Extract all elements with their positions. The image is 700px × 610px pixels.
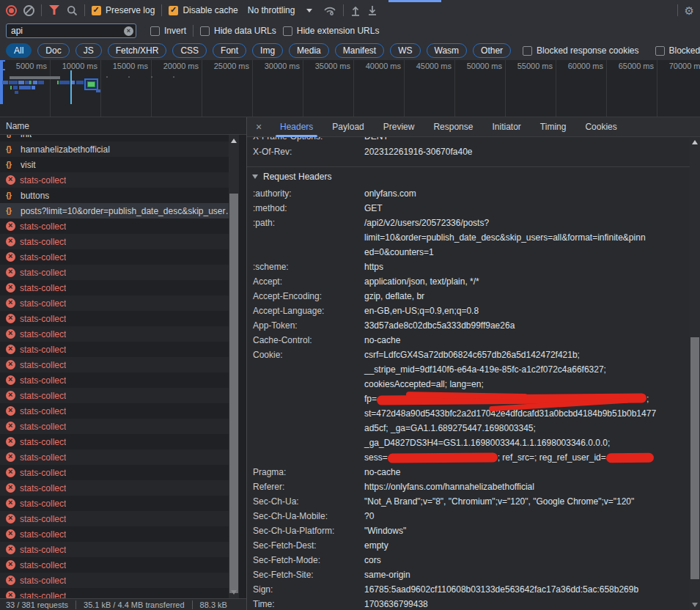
request-row[interactable]: stats-collect (0, 403, 229, 419)
request-row[interactable]: stats-collect (0, 249, 229, 265)
details-scrollbar[interactable] (690, 137, 700, 610)
request-row[interactable]: stats-collect (0, 496, 229, 511)
type-filter-pill[interactable]: Doc (37, 43, 69, 58)
type-filter-pill[interactable]: Other (473, 43, 511, 58)
request-filter-checkbox[interactable] (655, 46, 665, 56)
request-row[interactable]: stats-collect (0, 372, 229, 388)
network-conditions-icon[interactable] (323, 5, 336, 16)
details-tab[interactable]: Cookies (575, 117, 626, 137)
request-row[interactable]: stats-collect (0, 511, 229, 526)
preserve-log-group[interactable]: Preserve log (92, 5, 155, 15)
name-column-header[interactable]: Name (0, 117, 246, 135)
request-row[interactable]: stats-collect (0, 449, 229, 465)
type-filter-pill[interactable]: Media (289, 43, 329, 58)
hide-data-urls-checkbox[interactable] (200, 26, 210, 36)
toolbar-divider (343, 4, 344, 16)
request-row[interactable]: stats-collect (0, 434, 229, 449)
request-row[interactable]: stats-collect (0, 388, 229, 403)
request-row[interactable]: stats-collect (0, 542, 229, 557)
request-name: stats-collect (20, 437, 66, 447)
toolbar-divider (41, 4, 42, 16)
request-row[interactable]: stats-collect (0, 172, 229, 188)
request-row[interactable]: stats-collect (0, 526, 229, 542)
details-tab[interactable]: Timing (531, 117, 576, 137)
scroll-down-icon[interactable] (231, 590, 237, 595)
request-headers-section[interactable]: Request Headers (247, 167, 690, 186)
request-row[interactable]: stats-collect (0, 465, 229, 480)
details-tab[interactable]: Initiator (482, 117, 530, 137)
request-filter-checkbox-group[interactable]: Blocked response cookies (523, 45, 638, 56)
import-har-icon[interactable] (350, 5, 361, 16)
scrollbar-thumb[interactable] (690, 337, 699, 579)
request-filter-checkbox[interactable] (523, 46, 532, 56)
request-row[interactable]: posts?limit=10&order=publish_date_desc&s… (0, 203, 229, 218)
disable-cache-group[interactable]: Disable cache (169, 5, 237, 15)
close-icon[interactable]: × (247, 121, 270, 133)
request-row[interactable]: stats-collect (0, 280, 229, 295)
type-filter-pill[interactable]: CSS (172, 43, 207, 58)
request-row[interactable]: stats-collect (0, 419, 229, 434)
search-icon[interactable] (67, 5, 78, 16)
request-row[interactable]: stats-collect (0, 480, 229, 496)
waterfall-dot (128, 76, 130, 78)
disable-cache-checkbox[interactable] (169, 6, 178, 15)
request-row[interactable]: stats-collect (0, 218, 229, 234)
request-row[interactable]: visit (0, 157, 229, 172)
request-row[interactable]: stats-collect (0, 342, 229, 357)
request-filter-checkbox-group[interactable]: Blocked requests (655, 45, 700, 56)
request-row[interactable]: stats-collect (0, 234, 229, 249)
details-tab[interactable]: Preview (374, 117, 424, 137)
scroll-down-icon[interactable] (692, 603, 698, 607)
type-filter-pill[interactable]: Font (213, 43, 246, 58)
request-row[interactable]: stats-collect (0, 295, 229, 311)
request-list-scrollbar[interactable] (229, 135, 239, 598)
hide-data-urls-group[interactable]: Hide data URLs (200, 26, 276, 36)
scrollbar-thumb[interactable] (229, 194, 238, 593)
request-row[interactable]: stats-collect (0, 557, 229, 573)
filter-input[interactable] (6, 23, 136, 38)
gear-icon[interactable]: ⚙ (685, 5, 694, 16)
record-icon[interactable] (6, 5, 17, 16)
request-row[interactable]: hannahelizabethofficial (0, 142, 229, 157)
type-filter-pill[interactable]: Fetch/XHR (108, 43, 167, 58)
request-row[interactable]: stats-collect (0, 588, 229, 598)
filter-icon[interactable] (48, 5, 60, 15)
request-row[interactable]: stats-collect (0, 265, 229, 280)
hide-extension-urls-checkbox[interactable] (283, 26, 292, 36)
type-filter-pill[interactable]: WS (390, 43, 420, 58)
type-filter-pill[interactable]: Manifest (335, 43, 384, 58)
clear-log-icon[interactable] (23, 5, 34, 16)
request-row[interactable]: stats-collect (0, 573, 229, 588)
request-row[interactable]: buttons (0, 188, 229, 203)
clear-filter-icon[interactable]: × (124, 26, 133, 36)
request-row[interactable]: stats-collect (0, 326, 229, 342)
scroll-up-icon[interactable] (692, 140, 698, 144)
invert-checkbox[interactable] (150, 26, 160, 36)
export-har-icon[interactable] (367, 5, 377, 16)
invert-group[interactable]: Invert (150, 26, 186, 36)
collapse-caret-icon (252, 174, 258, 179)
header-value: "Windows" (364, 523, 690, 538)
request-name: posts?limit=10&order=publish_date_desc&s… (21, 206, 229, 216)
type-filter-pill[interactable]: Wasm (427, 43, 468, 58)
details-tab[interactable]: Response (424, 117, 482, 137)
request-type-icon (6, 160, 16, 170)
toolbar-divider (677, 4, 678, 16)
type-filter-pill[interactable]: All (6, 43, 32, 58)
header-value: 1703636799438 (364, 597, 690, 610)
hide-extension-urls-group[interactable]: Hide extension URLs (283, 26, 380, 36)
details-tab[interactable]: Headers (270, 117, 323, 137)
network-overview-timeline[interactable]: 5000 ms10000 ms15000 ms20000 ms25000 ms3… (0, 60, 700, 117)
request-name: stats-collect (20, 268, 66, 278)
scroll-up-icon[interactable] (231, 139, 237, 143)
preserve-log-checkbox[interactable] (92, 6, 101, 15)
toolbar-row-filter: × Invert Hide data URLs Hide extension U… (0, 21, 700, 41)
type-filter-pill[interactable]: Img (252, 43, 283, 58)
type-filter-pill[interactable]: JS (75, 43, 102, 58)
throttling-dropdown[interactable]: No throttling (248, 5, 313, 15)
header-row: Sec-Fetch-Site:same-origin (247, 567, 690, 582)
request-row[interactable]: stats-collect (0, 357, 229, 372)
details-tab[interactable]: Payload (323, 117, 373, 137)
request-row[interactable]: init (0, 135, 229, 142)
request-row[interactable]: stats-collect (0, 311, 229, 326)
